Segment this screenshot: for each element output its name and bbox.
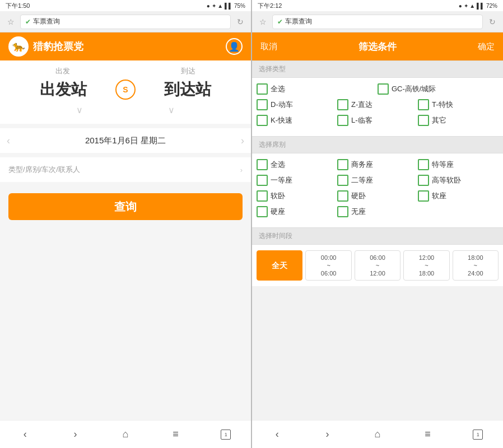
checkbox-d[interactable]	[257, 99, 268, 110]
right-refresh-icon[interactable]: ↻	[486, 16, 499, 28]
left-address-bar: ✔ 车票查询	[20, 15, 231, 29]
right-menu-button[interactable]: ≡	[418, 424, 438, 445]
left-page-button[interactable]: 1	[216, 424, 236, 445]
filter-label: 类型/席别/车次/联系人	[8, 165, 80, 175]
right-time: 下午2:12	[258, 2, 282, 10]
filter-cancel-button[interactable]: 取消	[260, 41, 277, 52]
checkbox-no-seat[interactable]	[337, 206, 348, 217]
right-page-button[interactable]: 1	[468, 424, 488, 445]
checkbox-item-other[interactable]: 其它	[418, 115, 499, 126]
left-menu-button[interactable]: ≡	[166, 424, 186, 445]
right-forward-button[interactable]: ›	[317, 424, 337, 445]
right-site-name: 车票查询	[285, 17, 312, 26]
swap-button[interactable]: S	[115, 80, 136, 100]
right-status-icons: ● ✦ ▲ ▌▌ 72%	[459, 3, 497, 9]
time-slots: 全天 00:00~06:00 06:00~12:00 12:00~18:00 1…	[252, 245, 503, 286]
checkbox-item-k[interactable]: K-快速	[257, 115, 337, 126]
checkbox-item-second[interactable]: 二等座	[337, 175, 418, 186]
right-bottom-nav: ‹ › ⌂ ≡ 1	[252, 420, 503, 448]
checkbox-item-select-all-seat[interactable]: 全选	[257, 159, 337, 170]
date-text[interactable]: 2015年1月6日 星期二	[85, 136, 166, 146]
checkbox-item-select-all-type[interactable]: 全选	[257, 83, 378, 95]
checkbox-other[interactable]	[418, 115, 429, 126]
checkbox-super[interactable]	[418, 159, 429, 170]
checkbox-select-all-type[interactable]	[257, 83, 268, 95]
left-home-button[interactable]: ⌂	[115, 424, 136, 445]
seat-row-1: 全选 商务座 特等座	[257, 159, 499, 170]
checkbox-item-l[interactable]: L-临客	[337, 115, 418, 126]
left-star-icon[interactable]: ☆	[4, 16, 17, 28]
type-checkbox-grid: 全选 GC-高铁/城际 D-动车 Z-直达 T	[252, 78, 503, 136]
right-star-icon[interactable]: ☆	[257, 16, 269, 28]
checkbox-item-no-seat[interactable]: 无座	[337, 206, 418, 217]
date-prev-arrow[interactable]: ‹	[7, 135, 10, 147]
checkbox-k[interactable]	[257, 115, 268, 126]
right-home-button[interactable]: ⌂	[367, 424, 388, 445]
checkbox-item-t[interactable]: T-特快	[418, 99, 499, 110]
filter-title: 筛选条件	[358, 40, 397, 53]
checkbox-select-all-seat[interactable]	[257, 159, 268, 170]
type-row-3: K-快速 L-临客 其它	[257, 115, 499, 126]
query-button[interactable]: 查询	[8, 193, 243, 220]
time-slot-1824[interactable]: 18:00~24:00	[453, 250, 499, 281]
right-filter-header: 取消 筛选条件 确定	[252, 32, 503, 60]
checkbox-item-gc[interactable]: GC-高铁/城际	[378, 83, 499, 95]
checkbox-high-soft-sleeper[interactable]	[418, 175, 429, 186]
filter-arrow-icon: ›	[240, 166, 243, 174]
right-phone-panel: 下午2:12 ● ✦ ▲ ▌▌ 72% ☆ ✔ 车票查询 ↻ 取消 筛选条件 确…	[252, 0, 503, 448]
seat-row-3: 软卧 硬卧 软座	[257, 190, 499, 202]
checkbox-second[interactable]	[337, 175, 348, 186]
checkbox-z[interactable]	[337, 99, 348, 110]
checkbox-item-super[interactable]: 特等座	[418, 159, 499, 170]
time-section-header: 选择时间段	[252, 227, 503, 245]
checkbox-t[interactable]	[418, 99, 429, 110]
arrive-down-arrow: ∨	[168, 105, 175, 115]
checkbox-item-soft-seat[interactable]: 软座	[418, 190, 499, 202]
time-slot-0612[interactable]: 06:00~12:00	[355, 250, 400, 281]
left-back-button[interactable]: ‹	[15, 424, 35, 445]
left-forward-button[interactable]: ›	[65, 424, 85, 445]
right-shield-icon: ✔	[277, 18, 283, 26]
checkbox-gc[interactable]	[378, 83, 389, 95]
checkbox-item-hard-sleeper[interactable]: 硬卧	[337, 190, 418, 202]
checkbox-item-z[interactable]: Z-直达	[337, 99, 418, 110]
type-row-2: D-动车 Z-直达 T-特快	[257, 99, 499, 110]
checkbox-first[interactable]	[257, 175, 268, 186]
left-app-title: 猎豹抢票党	[33, 40, 83, 53]
time-slot-1218[interactable]: 12:00~18:00	[403, 250, 449, 281]
type-section-header: 选择类型	[252, 60, 503, 78]
checkbox-business[interactable]	[337, 159, 348, 170]
checkbox-item-business[interactable]: 商务座	[337, 159, 418, 170]
checkbox-soft-seat[interactable]	[418, 190, 429, 202]
checkbox-item-high-soft-sleeper[interactable]: 高等软卧	[418, 175, 499, 186]
filter-confirm-button[interactable]: 确定	[478, 41, 495, 52]
checkbox-item-hard-seat[interactable]: 硬座	[257, 206, 337, 217]
left-app-logo: 🐆 猎豹抢票党	[8, 36, 83, 57]
left-user-icon[interactable]: 👤	[226, 38, 243, 55]
depart-down-arrow: ∨	[76, 105, 83, 115]
left-refresh-icon[interactable]: ↻	[234, 16, 246, 28]
depart-station[interactable]: 出发站	[11, 79, 115, 100]
left-filter-section[interactable]: 类型/席别/车次/联系人 ›	[0, 157, 251, 182]
time-slot-0006[interactable]: 00:00~06:00	[305, 250, 351, 281]
right-back-button[interactable]: ‹	[267, 424, 287, 445]
left-time: 下午1:50	[6, 2, 30, 10]
arrive-station[interactable]: 到达站	[136, 79, 240, 100]
type-row-1: 全选 GC-高铁/城际	[257, 83, 499, 95]
checkbox-item-d[interactable]: D-动车	[257, 99, 337, 110]
left-bottom-nav: ‹ › ⌂ ≡ 1	[0, 420, 251, 448]
station-arrows: ∨ ∨	[0, 105, 251, 115]
checkbox-l[interactable]	[337, 115, 348, 126]
right-address-bar: ✔ 车票查询	[272, 15, 483, 29]
left-status-icons: ● ✦ ▲ ▌▌ 75%	[207, 3, 245, 9]
checkbox-soft-sleeper[interactable]	[257, 190, 268, 202]
left-page-badge: 1	[221, 430, 231, 440]
time-slot-all-day[interactable]: 全天	[257, 250, 302, 281]
checkbox-item-soft-sleeper[interactable]: 软卧	[257, 190, 337, 202]
date-next-arrow[interactable]: ›	[241, 135, 244, 147]
checkbox-hard-sleeper[interactable]	[337, 190, 348, 202]
seat-section-header: 选择席别	[252, 136, 503, 153]
filter-content: 选择类型 全选 GC-高铁/城际 D-动车	[252, 60, 503, 420]
checkbox-item-first[interactable]: 一等座	[257, 175, 337, 186]
checkbox-hard-seat[interactable]	[257, 206, 268, 217]
